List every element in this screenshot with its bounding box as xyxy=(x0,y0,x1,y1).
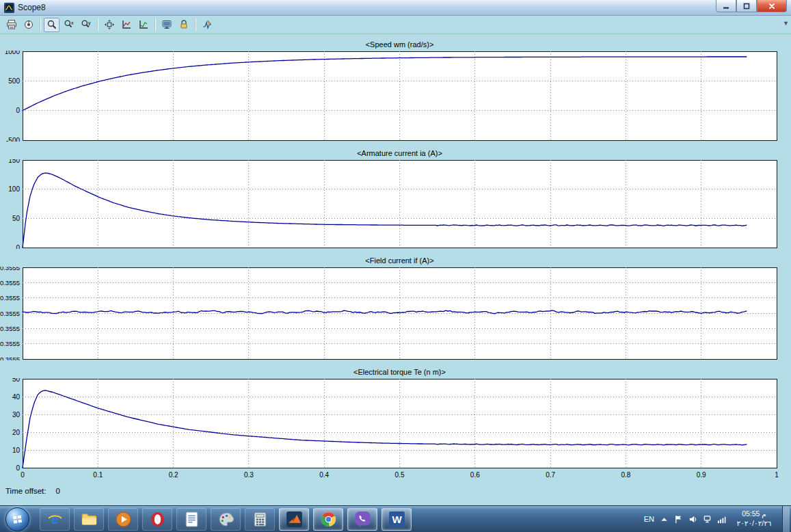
x-tick-label: 0.8 xyxy=(621,471,630,479)
clock[interactable]: 05:55 م ٢٠٢٠/٠٢/٢٦ xyxy=(732,509,777,528)
plot-canvas[interactable]: 150100500 xyxy=(0,159,791,249)
svg-text:e: e xyxy=(51,511,58,527)
svg-text:W: W xyxy=(392,514,402,525)
toolbar-zoom-y-button[interactable]: y xyxy=(78,18,94,32)
language-indicator[interactable]: EN xyxy=(644,515,654,523)
system-tray: EN 05:55 م ٢٠٢٠/٠٢/٢٦ xyxy=(644,506,791,532)
word-icon: W xyxy=(388,511,405,528)
y-tick-label: 150 xyxy=(8,159,20,164)
folder-icon xyxy=(81,511,98,528)
volume-icon[interactable] xyxy=(688,515,697,524)
x-tick-label: 0 xyxy=(21,471,25,479)
print-icon xyxy=(6,19,17,30)
plot-canvas[interactable]: 5040302010000.10.20.30.40.50.60.70.80.91 xyxy=(0,378,791,481)
y-tick-label: 0 xyxy=(16,244,20,250)
display-icon[interactable] xyxy=(703,515,712,524)
toolbar-zoom-x-button[interactable]: x xyxy=(61,18,77,32)
toolbar-save-axes-button[interactable] xyxy=(118,18,134,32)
taskbar: eW EN 05:55 م ٢٠٢٠/٠٢/٢٦ xyxy=(0,505,791,532)
titlebar[interactable]: Scope8 xyxy=(0,0,791,16)
taskbar-item-paint[interactable] xyxy=(211,508,241,531)
save-axes-icon xyxy=(121,19,132,30)
y-tick-label: 1000 xyxy=(5,51,21,55)
opera-icon xyxy=(149,511,166,528)
chart-title: <Field current if (A)> xyxy=(23,254,777,267)
svg-text:y: y xyxy=(88,21,91,26)
calculator-icon xyxy=(252,511,269,528)
y-tick-label: 0.3555 xyxy=(0,340,20,347)
window-title: Scope8 xyxy=(18,3,716,12)
chrome-icon xyxy=(320,511,337,528)
toolbar-lock-axes-button[interactable] xyxy=(176,18,191,32)
y-tick-label: 0.3555 xyxy=(0,356,20,361)
x-tick-label: 0.1 xyxy=(93,471,103,479)
parameters-icon xyxy=(23,19,34,30)
toolbar-overflow-chevron[interactable]: ▼ xyxy=(783,21,789,27)
toolbar-zoom-button[interactable] xyxy=(44,18,59,32)
taskbar-item-wordpad[interactable] xyxy=(176,508,206,531)
taskbar-item-matlab[interactable] xyxy=(279,508,309,531)
close-button[interactable] xyxy=(757,0,787,12)
x-tick-label: 0.6 xyxy=(470,471,480,479)
taskbar-item-folder[interactable] xyxy=(74,508,104,531)
toolbar-parameters-button[interactable] xyxy=(21,18,36,32)
time-offset-label: Time offset: xyxy=(5,487,46,495)
chart-4: <Electrical torque Te (n m)>504030201000… xyxy=(0,366,791,481)
x-tick-label: 0.5 xyxy=(395,471,405,479)
show-desktop-button[interactable] xyxy=(782,506,790,532)
svg-text:x: x xyxy=(71,21,74,25)
toolbar-restore-axes-button[interactable] xyxy=(135,18,151,32)
signal-selection-icon xyxy=(202,19,213,30)
toolbar-signal-selection-button[interactable] xyxy=(199,18,215,32)
scope-window: Scope8 xy▼ <Speed wm (rad/s)>10005000-50… xyxy=(0,0,791,532)
chart-2: <Armature current ia (A)>150100500 xyxy=(0,147,791,249)
time-offset-value: 0 xyxy=(55,487,59,495)
paint-icon xyxy=(217,511,234,528)
taskbar-item-chrome[interactable] xyxy=(313,508,343,531)
taskbar-item-internet-explorer[interactable]: e xyxy=(40,508,70,531)
y-tick-label: 0.3555 xyxy=(0,267,20,271)
taskbar-item-media-player[interactable] xyxy=(108,508,138,531)
taskbar-item-word[interactable]: W xyxy=(381,508,412,531)
action-center-icon[interactable] xyxy=(674,515,683,524)
restore-axes-icon xyxy=(138,19,149,30)
chart-title: <Electrical torque Te (n m)> xyxy=(23,366,777,378)
taskbar-item-viber[interactable] xyxy=(347,508,377,531)
plot-canvas[interactable]: 0.35550.35550.35550.35550.35550.35550.35… xyxy=(0,267,791,360)
y-tick-label: 40 xyxy=(12,393,21,401)
wordpad-icon xyxy=(183,511,200,528)
chart-1: <Speed wm (rad/s)>10005000-500 xyxy=(0,38,791,142)
time-offset-row: Time offset:0 xyxy=(5,487,791,495)
network-icon[interactable] xyxy=(717,515,726,524)
minimize-button[interactable] xyxy=(716,0,736,12)
x-tick-label: 0.4 xyxy=(319,471,329,479)
y-tick-label: 0 xyxy=(16,107,20,114)
toolbar-print-button[interactable] xyxy=(3,18,19,32)
clock-time: 05:55 م xyxy=(732,509,777,519)
y-tick-label: 0.3555 xyxy=(0,325,20,332)
plot-canvas[interactable]: 10005000-500 xyxy=(0,51,791,142)
toolbar-separator xyxy=(40,18,40,31)
y-tick-label: 100 xyxy=(8,185,20,193)
toolbar-separator xyxy=(195,18,196,31)
start-button[interactable] xyxy=(5,507,29,531)
zoom-icon xyxy=(46,19,57,30)
toolbar-autoscale-button[interactable] xyxy=(101,18,117,32)
x-tick-label: 1 xyxy=(775,471,779,479)
toolbar-floating-scope-button[interactable] xyxy=(159,18,174,32)
chart-title: <Speed wm (rad/s)> xyxy=(23,38,777,51)
tray-expand-icon[interactable] xyxy=(660,515,669,524)
y-tick-label: 0.3555 xyxy=(0,310,20,317)
y-tick-label: 10 xyxy=(12,447,21,454)
media-player-icon xyxy=(115,511,132,528)
chart-title: <Armature current ia (A)> xyxy=(23,147,777,159)
matlab-icon xyxy=(286,511,303,528)
taskbar-item-calculator[interactable] xyxy=(245,508,275,531)
zoom-y-icon: y xyxy=(81,19,92,30)
y-tick-label: 0.3555 xyxy=(0,279,20,287)
maximize-button[interactable] xyxy=(736,0,757,12)
toolbar-separator xyxy=(97,18,98,31)
viber-icon xyxy=(354,511,371,528)
taskbar-item-opera[interactable] xyxy=(142,508,172,531)
autoscale-icon xyxy=(104,19,115,30)
